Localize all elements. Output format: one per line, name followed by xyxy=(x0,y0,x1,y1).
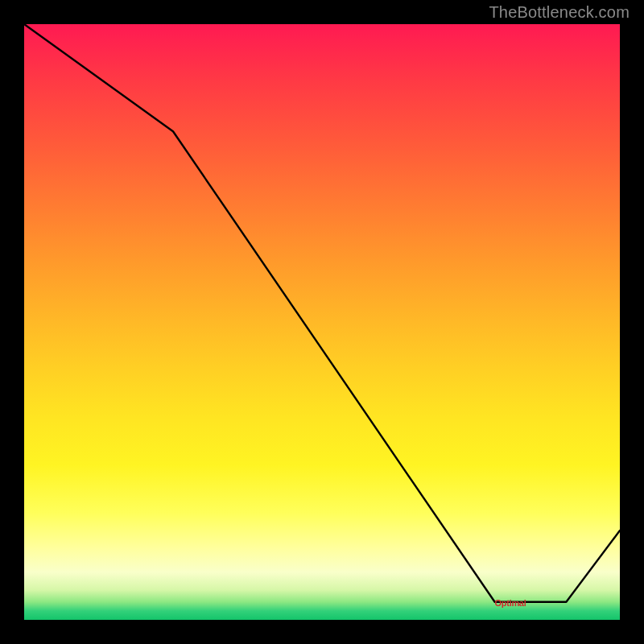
curve-line xyxy=(24,24,620,602)
plot-area: Optimal xyxy=(24,24,620,620)
watermark-text: TheBottleneck.com xyxy=(489,3,630,22)
chart-frame: TheBottleneck.com Optimal xyxy=(0,0,644,644)
bottleneck-curve xyxy=(24,24,620,620)
optimal-annotation: Optimal xyxy=(495,598,526,608)
